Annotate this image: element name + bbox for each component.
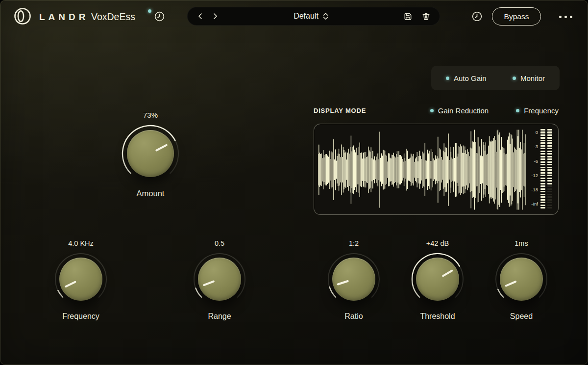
meter-segment xyxy=(547,205,552,206)
auto-gain-indicator-dot xyxy=(446,77,449,80)
chevron-up-down-icon xyxy=(322,12,329,20)
auto-gain-toggle[interactable]: Auto Gain xyxy=(446,74,487,82)
meter-segment xyxy=(540,151,545,152)
meter-label: -18 xyxy=(531,187,538,192)
meter-label: -Inf xyxy=(531,202,538,207)
meter-segment xyxy=(540,131,545,133)
meter-label: -6 xyxy=(534,159,538,164)
display-mode-title: DISPLAY MODE xyxy=(314,107,366,114)
ratio-label: Ratio xyxy=(317,312,391,321)
preset-selector[interactable]: Default xyxy=(219,12,403,21)
range-knob-group: 0.5 Range xyxy=(183,239,256,321)
knob-body xyxy=(127,130,174,177)
speed-knob[interactable] xyxy=(494,252,549,307)
meter-segment xyxy=(547,142,552,144)
meter-segment xyxy=(540,161,545,163)
clock-icon xyxy=(471,10,483,23)
meter-segment xyxy=(547,137,552,138)
speed-knob-group: 1ms Speed xyxy=(485,239,558,321)
meter-segment xyxy=(540,188,545,190)
range-label: Range xyxy=(183,312,256,321)
output-options-panel: Auto Gain Monitor xyxy=(431,66,560,90)
meter-segment xyxy=(540,145,545,147)
delete-preset-button[interactable] xyxy=(421,12,431,21)
meter-segment xyxy=(540,167,545,168)
meter-segment xyxy=(547,175,552,176)
threshold-knob[interactable] xyxy=(410,252,465,307)
meter-segment xyxy=(547,153,552,155)
meter-segment xyxy=(547,145,552,147)
meter-segment xyxy=(540,148,545,149)
amount-knob-group: 73% Amount xyxy=(116,111,185,198)
monitor-indicator-dot xyxy=(513,77,516,80)
meter-segment xyxy=(540,194,545,195)
amount-knob[interactable] xyxy=(121,124,180,183)
ellipsis-icon xyxy=(570,16,572,18)
trash-icon xyxy=(421,12,431,21)
meter-segment xyxy=(547,178,552,179)
meter-label: -12 xyxy=(531,173,538,178)
more-menu-button[interactable] xyxy=(558,14,574,20)
threshold-value: +42 dB xyxy=(401,239,474,247)
meter-segment xyxy=(540,142,545,144)
frequency-label: Frequency xyxy=(44,312,118,321)
history-button-right[interactable] xyxy=(465,8,486,25)
knob-body xyxy=(198,258,241,301)
preset-bar: Default xyxy=(187,7,440,26)
meter-segment xyxy=(547,156,552,157)
amount-value: 73% xyxy=(116,111,185,119)
threshold-knob-group: +42 dB Threshold xyxy=(401,239,474,321)
frequency-mode-toggle[interactable]: Frequency xyxy=(516,106,559,115)
gain-reduction-label: Gain Reduction xyxy=(438,106,489,115)
gain-reduction-mode-toggle[interactable]: Gain Reduction xyxy=(430,106,489,115)
meter-segment xyxy=(540,175,545,176)
level-meter xyxy=(540,128,552,210)
meter-segment xyxy=(547,183,552,184)
knob-body xyxy=(332,258,375,301)
meter-segment xyxy=(547,131,552,133)
meter-segment xyxy=(547,148,552,149)
product-name: VoxDeEss xyxy=(91,11,135,23)
meter-segment xyxy=(547,202,552,203)
meter-segment xyxy=(547,188,552,190)
history-button-left[interactable] xyxy=(147,8,169,25)
meter-segment xyxy=(547,158,552,160)
meter-segment xyxy=(540,153,545,155)
speed-label: Speed xyxy=(485,312,558,321)
meter-segment xyxy=(547,191,552,192)
frequency-knob[interactable] xyxy=(53,252,108,307)
range-knob[interactable] xyxy=(192,252,247,307)
previous-preset-button[interactable] xyxy=(196,12,204,20)
amount-label: Amount xyxy=(116,189,185,198)
bypass-button[interactable]: Bypass xyxy=(492,7,541,26)
next-preset-button[interactable] xyxy=(211,12,219,20)
meter-segment xyxy=(540,180,545,182)
meter-segment xyxy=(540,199,545,201)
meter-segment xyxy=(540,156,545,157)
auto-gain-label: Auto Gain xyxy=(454,74,487,82)
frequency-knob-group: 4.0 KHz Frequency xyxy=(44,239,118,321)
meter-segment xyxy=(540,137,545,138)
ratio-knob[interactable] xyxy=(326,252,381,307)
knob-body xyxy=(59,258,102,301)
save-preset-button[interactable] xyxy=(403,12,413,21)
meter-segment xyxy=(540,172,545,174)
meter-segment xyxy=(547,167,552,168)
meter-column-right xyxy=(547,129,552,210)
meter-segment xyxy=(540,183,545,184)
waveform-display: 0 -3 -6 -12 -18 -Inf xyxy=(314,124,559,215)
threshold-label: Threshold xyxy=(401,312,474,321)
meter-segment xyxy=(547,134,552,136)
clock-icon xyxy=(153,10,166,23)
meter-segment xyxy=(540,196,545,198)
voxdeess-plugin-window: LANDR VoxDeEss Default xyxy=(0,0,588,365)
meter-segment xyxy=(547,194,552,195)
meter-segment xyxy=(547,151,552,152)
monitor-label: Monitor xyxy=(520,74,545,82)
history-notification-dot xyxy=(148,9,151,13)
save-icon xyxy=(403,12,413,21)
meter-segment xyxy=(540,202,545,203)
monitor-toggle[interactable]: Monitor xyxy=(513,74,545,82)
gain-reduction-indicator-dot xyxy=(430,109,434,112)
frequency-indicator-dot xyxy=(516,109,519,112)
